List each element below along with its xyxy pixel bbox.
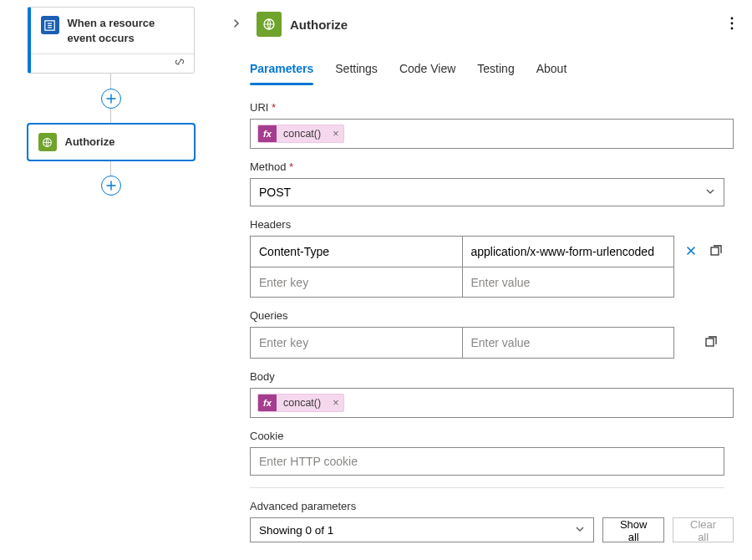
tab-parameters[interactable]: Parameters	[250, 57, 313, 85]
chevron-down-icon	[575, 524, 585, 537]
clear-all-button: Clear all	[673, 517, 734, 542]
action-node-title: Authorize	[65, 135, 115, 150]
svg-rect-7	[706, 339, 714, 346]
remove-token-icon[interactable]: ×	[328, 397, 343, 409]
link-icon	[174, 56, 185, 71]
panel-title: Authorize	[290, 18, 348, 32]
header-key-input[interactable]: Enter key	[251, 267, 462, 297]
svg-point-3	[731, 18, 734, 20]
collapse-chevron-icon[interactable]	[225, 12, 248, 37]
svg-point-5	[731, 28, 734, 30]
advanced-params-label: Advanced parameters	[250, 500, 734, 512]
connector-end	[101, 160, 121, 196]
divider	[250, 487, 724, 488]
fx-token-uri[interactable]: fx concat() ×	[257, 125, 344, 143]
tab-bar: Parameters Settings Code View Testing Ab…	[225, 45, 734, 86]
method-select[interactable]: POST	[250, 178, 724, 206]
fx-token-body[interactable]: fx concat() ×	[257, 394, 344, 412]
fx-icon: fx	[258, 125, 277, 143]
query-value-input[interactable]: Enter value	[462, 328, 674, 358]
event-grid-icon	[41, 16, 59, 34]
headers-label: Headers	[250, 218, 734, 231]
action-node-authorize[interactable]: Authorize	[28, 124, 195, 160]
query-key-input[interactable]: Enter key	[251, 328, 462, 358]
tab-testing[interactable]: Testing	[477, 57, 514, 85]
cookie-label: Cookie	[250, 430, 734, 442]
tab-about[interactable]: About	[536, 57, 567, 85]
body-input[interactable]: fx concat() ×	[250, 388, 734, 418]
svg-point-4	[731, 23, 734, 25]
headers-row: Content-Type application/x-www-form-urle…	[251, 237, 673, 267]
queries-label: Queries	[250, 309, 734, 322]
trigger-node-title: When a resource event occurs	[68, 16, 184, 45]
http-icon	[257, 12, 282, 37]
queries-table: Enter key Enter value	[250, 327, 674, 359]
queries-new-row: Enter key Enter value	[251, 328, 673, 358]
http-icon	[38, 133, 57, 151]
cookie-input[interactable]: Enter HTTP cookie	[250, 447, 724, 476]
uri-label: URI	[250, 101, 734, 114]
tab-code-view[interactable]: Code View	[399, 57, 455, 85]
show-all-button[interactable]: Show all	[602, 517, 664, 542]
headers-table: Content-Type application/x-www-form-urle…	[250, 236, 674, 298]
flow-canvas: When a resource event occurs Authorize	[0, 0, 221, 560]
header-value-input[interactable]: application/x-www-form-urlencoded	[462, 237, 674, 267]
body-label: Body	[250, 370, 734, 383]
svg-rect-6	[711, 247, 719, 255]
connector	[101, 74, 121, 124]
remove-token-icon[interactable]: ×	[328, 128, 343, 140]
add-action-button-bottom[interactable]	[101, 176, 121, 196]
toggle-bulk-edit-icon[interactable]	[703, 333, 719, 350]
trigger-node[interactable]: When a resource event occurs	[28, 7, 195, 74]
method-label: Method	[250, 160, 734, 173]
uri-input[interactable]: fx concat() ×	[250, 119, 734, 149]
tab-settings[interactable]: Settings	[335, 57, 378, 85]
header-value-input[interactable]: Enter value	[462, 267, 674, 297]
add-action-button-top[interactable]	[101, 89, 121, 109]
headers-new-row: Enter key Enter value	[251, 267, 673, 297]
fx-icon: fx	[258, 394, 277, 412]
header-key-input[interactable]: Content-Type	[251, 237, 462, 267]
chevron-down-icon	[705, 186, 715, 199]
remove-header-icon[interactable]	[683, 242, 699, 259]
config-panel: Authorize Parameters Settings Code View …	[221, 0, 752, 560]
toggle-bulk-edit-icon[interactable]	[708, 242, 724, 259]
advanced-params-select[interactable]: Showing 0 of 1	[250, 517, 594, 542]
more-menu-icon[interactable]	[727, 13, 737, 37]
